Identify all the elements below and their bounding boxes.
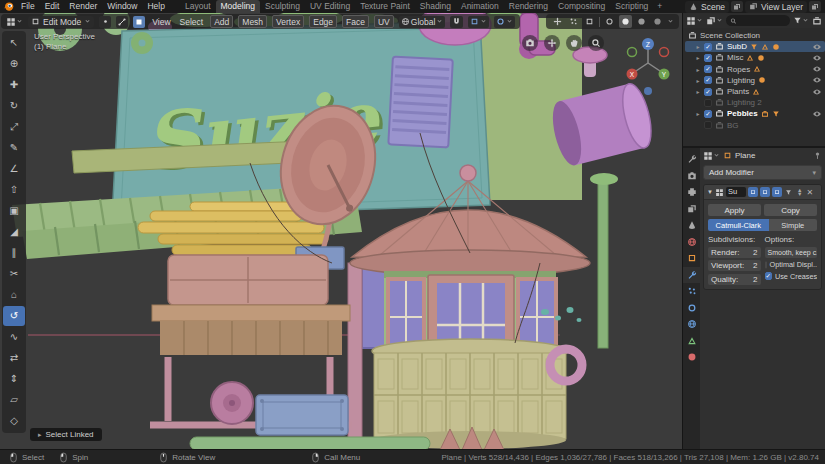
tab-view-layer[interactable] bbox=[683, 201, 700, 218]
editor-type-button[interactable] bbox=[6, 17, 23, 27]
viewport-subdivisions-field[interactable]: Viewport: 2 bbox=[708, 260, 761, 271]
outliner-row-plants[interactable]: ▸ ✓ Plants bbox=[685, 86, 825, 97]
tab-render[interactable] bbox=[683, 168, 700, 185]
menu-edit[interactable]: Edit bbox=[40, 0, 65, 13]
hide-eye-icon[interactable] bbox=[812, 42, 822, 52]
workspace-tab-rendering[interactable]: Rendering bbox=[504, 0, 553, 13]
show-in-editmode-toggle[interactable] bbox=[760, 187, 770, 197]
hide-eye-icon[interactable] bbox=[812, 75, 822, 85]
collection-checkbox[interactable] bbox=[704, 121, 712, 129]
disclosure-triangle-icon[interactable]: ▸ bbox=[695, 110, 701, 117]
delete-modifier-button[interactable]: ✕ bbox=[805, 188, 814, 197]
tool-shrink-fatten[interactable]: ⇕ bbox=[3, 369, 25, 389]
hide-eye-icon[interactable] bbox=[812, 53, 822, 63]
operator-panel[interactable]: ▸ Select Linked bbox=[30, 428, 102, 441]
quality-field[interactable]: Quality: 2 bbox=[708, 274, 761, 285]
menu-help[interactable]: Help bbox=[142, 0, 169, 13]
snap-target-dropdown[interactable] bbox=[468, 16, 489, 28]
breadcrumb[interactable]: Plane bbox=[723, 151, 755, 160]
workspace-tab-layout[interactable]: Layout bbox=[180, 0, 216, 13]
modifier-name-field[interactable]: Su bbox=[726, 187, 746, 197]
tool-loop-cut[interactable]: ∥ bbox=[3, 243, 25, 263]
show-in-viewport-toggle[interactable] bbox=[772, 187, 782, 197]
tab-object-data[interactable] bbox=[683, 333, 700, 350]
expand-icon[interactable]: ▼ bbox=[707, 189, 713, 195]
scene-selector[interactable]: Scene bbox=[685, 1, 729, 13]
zoom-button[interactable] bbox=[588, 35, 604, 51]
tab-scene[interactable] bbox=[683, 217, 700, 234]
tool-smooth[interactable]: ∿ bbox=[3, 327, 25, 347]
use-creases-checkbox[interactable]: ✓ bbox=[765, 272, 772, 280]
workspace-tab-scripting[interactable]: Scripting bbox=[610, 0, 653, 13]
move-modifier-arrows[interactable]: ▲▼ bbox=[797, 188, 802, 196]
outliner-row-ropes[interactable]: ▸ ✓ Ropes bbox=[685, 64, 825, 75]
shading-dropdown-icon[interactable] bbox=[667, 18, 674, 25]
render-subdivisions-field[interactable]: Render: 2 bbox=[708, 247, 761, 258]
tool-shear[interactable]: ▱ bbox=[3, 390, 25, 410]
tab-modifiers[interactable] bbox=[683, 267, 700, 284]
disclosure-triangle-icon[interactable]: ▸ bbox=[695, 77, 701, 84]
outliner-search[interactable] bbox=[726, 15, 790, 26]
show-in-render-toggle[interactable] bbox=[784, 187, 794, 197]
tool-cursor[interactable]: ⊕ bbox=[3, 54, 25, 74]
add-workspace-button[interactable]: + bbox=[653, 0, 666, 13]
tool-move[interactable]: ✚ bbox=[3, 75, 25, 95]
tab-constraints[interactable] bbox=[683, 316, 700, 333]
tool-rip[interactable]: ◇ bbox=[3, 411, 25, 431]
collection-checkbox[interactable]: ✓ bbox=[704, 88, 712, 96]
tool-bevel[interactable]: ◢ bbox=[3, 222, 25, 242]
tool-inset[interactable]: ▣ bbox=[3, 201, 25, 221]
vertex-select-toggle[interactable] bbox=[99, 16, 111, 28]
collection-checkbox[interactable]: ✓ bbox=[704, 65, 712, 73]
pin-icon[interactable] bbox=[813, 151, 822, 160]
new-scene-button[interactable] bbox=[731, 1, 743, 12]
outliner-row-subd[interactable]: ▸ ✓ SubD bbox=[685, 41, 825, 52]
tool-rotate[interactable]: ↻ bbox=[3, 96, 25, 116]
tool-knife[interactable]: ✂ bbox=[3, 264, 25, 284]
collection-checkbox[interactable]: ✓ bbox=[704, 110, 712, 118]
blender-logo-icon[interactable] bbox=[0, 1, 16, 12]
tab-tool[interactable] bbox=[683, 151, 700, 168]
tab-physics[interactable] bbox=[683, 300, 700, 317]
properties-editor-type-button[interactable] bbox=[703, 151, 720, 161]
menu-mesh[interactable]: Mesh bbox=[238, 15, 267, 28]
view-layer-selector[interactable]: View Layer bbox=[745, 1, 807, 13]
tool-poly-build[interactable]: ⌂ bbox=[3, 285, 25, 305]
xray-toggle[interactable] bbox=[583, 15, 596, 28]
workspace-tab-animation[interactable]: Animation bbox=[456, 0, 504, 13]
tool-edge-slide[interactable]: ⇄ bbox=[3, 348, 25, 368]
outliner-filter-button[interactable] bbox=[793, 16, 809, 25]
copy-button[interactable]: Copy bbox=[764, 204, 817, 216]
workspace-tab-sculpting[interactable]: Sculpting bbox=[260, 0, 305, 13]
menu-view[interactable]: View bbox=[150, 17, 172, 27]
new-view-layer-button[interactable] bbox=[809, 1, 821, 12]
show-on-cage-toggle[interactable] bbox=[748, 187, 758, 197]
collection-checkbox[interactable]: ✓ bbox=[704, 54, 712, 62]
catmull-clark-button[interactable]: Catmull-Clark bbox=[708, 219, 769, 231]
menu-face[interactable]: Face bbox=[342, 15, 369, 28]
outliner-row-bg[interactable]: BG bbox=[685, 120, 825, 131]
3d-scene[interactable]: Suzie's Suzie's bbox=[0, 13, 682, 450]
use-creases-row[interactable]: ✓ Use Creases bbox=[765, 272, 818, 281]
orientation-gizmo[interactable]: Z X Y bbox=[620, 33, 676, 97]
workspace-tab-modeling[interactable]: Modeling bbox=[216, 0, 261, 13]
face-select-toggle[interactable] bbox=[133, 16, 145, 28]
collection-checkbox[interactable]: ✓ bbox=[704, 43, 712, 51]
menu-select[interactable]: Select bbox=[178, 17, 206, 27]
menu-uv[interactable]: UV bbox=[374, 15, 394, 28]
tab-output[interactable] bbox=[683, 184, 700, 201]
3d-viewport[interactable]: Suzie's Suzie's bbox=[0, 13, 682, 450]
optimal-display-row[interactable]: Optimal Displ... bbox=[765, 260, 818, 269]
tab-material[interactable] bbox=[683, 349, 700, 366]
orientation-dropdown[interactable]: Global bbox=[399, 16, 446, 28]
workspace-tab-compositing[interactable]: Compositing bbox=[553, 0, 610, 13]
outliner-root-row[interactable]: Scene Collection bbox=[685, 30, 825, 41]
edge-select-toggle[interactable] bbox=[116, 16, 128, 28]
uv-smooth-dropdown[interactable]: Smooth, keep c... ▾ bbox=[765, 247, 818, 258]
shading-material-button[interactable] bbox=[635, 15, 648, 28]
menu-window[interactable]: Window bbox=[102, 0, 142, 13]
collection-checkbox[interactable]: ✓ bbox=[704, 76, 712, 84]
overlays-toggle[interactable] bbox=[567, 15, 580, 28]
collection-checkbox[interactable] bbox=[704, 99, 712, 107]
tab-world[interactable] bbox=[683, 234, 700, 251]
